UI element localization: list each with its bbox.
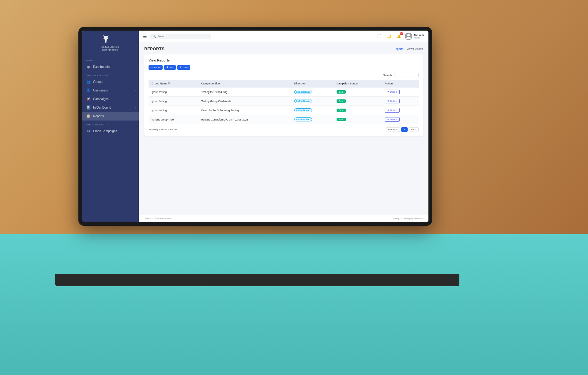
campaigns-chevron: ›	[135, 98, 136, 100]
notification-icon[interactable]: 🔔 56	[395, 33, 402, 40]
sidebar: ESTABLISHED OUTFITTERS MENU ◎ Dashboards…	[82, 31, 139, 222]
cell-status: Sent	[334, 115, 382, 124]
page-title: REPORTS	[144, 46, 164, 51]
cell-direction: In/Out-Bound	[291, 106, 334, 115]
details-button[interactable]: 👁 Details	[385, 117, 400, 122]
logo-bottom-text: OUTFITTERS	[101, 49, 119, 51]
pdf-icon: ⬇	[167, 66, 169, 69]
details-button[interactable]: 👁 Details	[385, 90, 400, 94]
sidebar-item-reports[interactable]: 📋 Reports ›	[82, 112, 139, 121]
cell-direction: In/Out-Bound	[291, 97, 334, 106]
status-badge: Sent	[337, 109, 346, 112]
col-direction: Direction	[291, 80, 334, 87]
table-search-input[interactable]	[394, 73, 419, 77]
col-campaign-title: Campaign Title	[198, 80, 291, 87]
user-role: Admin	[414, 37, 424, 39]
excel-label: Excel	[154, 66, 160, 69]
sidebar-item-label-groups: Groups	[93, 80, 103, 84]
sidebar-item-inoutbound[interactable]: 📊 In/Out Bound ›	[82, 103, 139, 112]
status-badge: Sent	[337, 118, 346, 121]
cell-action: 👁 Details	[382, 97, 419, 106]
sidebar-item-dashboards[interactable]: ◎ Dashboards	[82, 63, 139, 71]
cell-action: 👁 Details	[382, 115, 419, 124]
sms-marketing-label: SMS MARKETING	[82, 71, 139, 78]
sidebar-item-customers[interactable]: 👤 Customers ›	[82, 86, 139, 95]
page-header: REPORTS Reports › View Reports	[144, 46, 423, 51]
prev-button[interactable]: Previous	[386, 127, 400, 132]
direction-badge: In/Out-Bound	[294, 108, 312, 112]
cell-group-name: group testing	[149, 87, 198, 97]
reports-card: View Reports ⬇ Excel ⬇ Pdf	[144, 54, 423, 136]
sidebar-logo: ESTABLISHED OUTFITTERS	[82, 31, 139, 56]
excel-icon: ⬇	[151, 66, 153, 69]
search-input[interactable]	[157, 35, 209, 38]
breadcrumb-separator: ›	[405, 47, 405, 50]
csv-label: CSV	[183, 66, 188, 69]
sidebar-item-label-campaigns: Campaigns	[93, 97, 109, 101]
user-name: Tanveer	[414, 34, 424, 37]
sidebar-item-label-dashboards: Dashboards	[93, 65, 110, 69]
notification-badge: 56	[400, 32, 403, 35]
csv-icon: ⬇	[180, 66, 182, 69]
sidebar-item-email-campaigns[interactable]: ✉ Email Campaigns	[82, 127, 139, 136]
cell-group-name: hunting group - live	[149, 115, 198, 124]
export-buttons: ⬇ Excel ⬇ Pdf ⬇ CSV	[149, 65, 419, 70]
breadcrumb-reports[interactable]: Reports	[394, 47, 403, 50]
direction-badge: In/Out-Bound	[294, 117, 312, 121]
avatar	[405, 33, 412, 40]
breadcrumb-view-reports: View Reports	[407, 47, 423, 50]
developer: Design & Develop by ibexstack	[394, 217, 423, 220]
cell-campaign-title: Testing the Scheduling	[198, 87, 291, 97]
cell-action: 👁 Details	[382, 87, 419, 97]
topbar: ☰ 🔍 ⛶ 🌙 🔔 56	[139, 31, 428, 42]
col-action: Action	[382, 80, 419, 87]
sidebar-item-groups[interactable]: 👥 Groups ›	[82, 78, 139, 86]
details-button[interactable]: 👁 Details	[385, 108, 400, 113]
theme-icon[interactable]: 🌙	[385, 33, 393, 40]
sidebar-item-campaigns[interactable]: 📢 Campaigns ›	[82, 95, 139, 103]
export-excel-button[interactable]: ⬇ Excel	[149, 65, 163, 70]
search-icon: 🔍	[153, 35, 156, 38]
next-button[interactable]: Next	[409, 127, 419, 132]
deer-icon	[101, 35, 111, 44]
inoutbound-icon: 📊	[86, 106, 91, 110]
direction-badge: In/Out-Bound	[294, 90, 312, 94]
menu-section-label: MENU	[82, 56, 139, 63]
table-header-row: Group Name ⇅ Campaign Title Direction	[149, 80, 419, 87]
cell-campaign-title: Hunting Campaign Live on – 02-08-2023	[198, 115, 291, 124]
email-campaigns-icon: ✉	[86, 129, 91, 133]
groups-chevron: ›	[135, 80, 136, 83]
groups-icon: 👥	[86, 80, 91, 84]
col-group-name: Group Name ⇅	[149, 80, 198, 87]
table-row: group testing Demo for the Scheduling Te…	[149, 106, 419, 115]
details-button[interactable]: 👁 Details	[385, 99, 400, 103]
inoutbound-chevron: ›	[135, 106, 136, 109]
fullscreen-icon[interactable]: ⛶	[375, 33, 383, 40]
export-csv-button[interactable]: ⬇ CSV	[177, 65, 190, 70]
page-content: REPORTS Reports › View Reports View Repo…	[139, 42, 428, 215]
col-campaign-status: Campaign Status	[334, 80, 382, 87]
app-container: ESTABLISHED OUTFITTERS MENU ◎ Dashboards…	[82, 31, 428, 222]
cell-status: Sent	[334, 106, 382, 115]
sidebar-item-label-customers: Customers	[93, 89, 108, 92]
laptop-screen: ESTABLISHED OUTFITTERS MENU ◎ Dashboards…	[82, 31, 428, 222]
cell-group-name: group testing	[149, 97, 198, 106]
table-search: Search:	[149, 73, 419, 77]
status-badge: Sent	[337, 99, 346, 103]
current-page[interactable]: 1	[401, 127, 407, 132]
table-footer: Showing 1 to 4 of 4 entries Previous 1 N…	[149, 127, 419, 132]
email-marketing-label: EMAIL MARKETING	[82, 121, 139, 127]
user-menu[interactable]: Tanveer Admin	[405, 33, 424, 40]
reports-chevron: ›	[135, 115, 136, 117]
hamburger-icon[interactable]: ☰	[143, 34, 147, 39]
laptop-screen-frame: ESTABLISHED OUTFITTERS MENU ◎ Dashboards…	[78, 27, 432, 226]
export-pdf-button[interactable]: ⬇ Pdf	[164, 65, 176, 70]
direction-badge: In/Out-Bound	[294, 99, 312, 103]
card-title: View Reports	[149, 58, 419, 62]
sidebar-item-label-email-campaigns: Email Campaigns	[93, 129, 117, 133]
cell-direction: In/Out-Bound	[291, 87, 334, 97]
showing-entries: Showing 1 to 4 of 4 entries	[149, 128, 178, 131]
pagination: Previous 1 Next	[386, 127, 419, 132]
user-info: Tanveer Admin	[414, 34, 424, 39]
campaigns-icon: 📢	[86, 97, 91, 101]
